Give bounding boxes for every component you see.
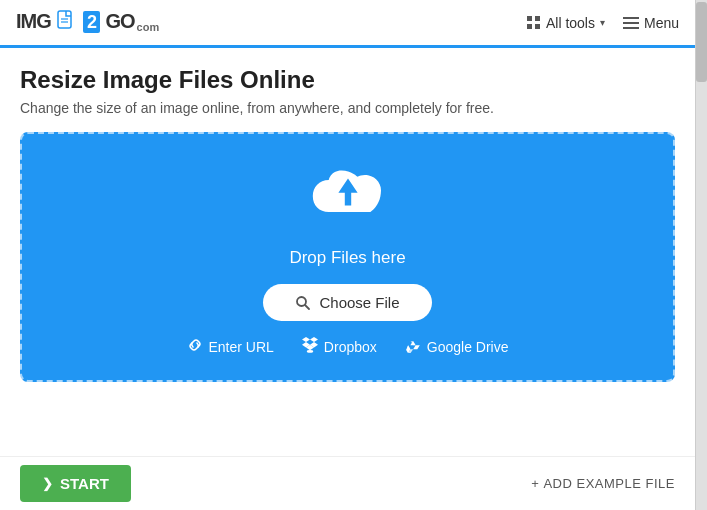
scrollbar[interactable] [695, 0, 707, 510]
logo-img-part: IMG 2 GO [16, 10, 135, 35]
header: IMG 2 GO com All [0, 0, 695, 48]
svg-marker-11 [413, 346, 420, 350]
choose-file-label: Choose File [319, 294, 399, 311]
all-tools-label: All tools [546, 15, 595, 31]
search-icon [295, 295, 311, 311]
main-content: IMG 2 GO com All [0, 0, 695, 510]
dropbox-label: Dropbox [324, 339, 377, 355]
menu-label: Menu [644, 15, 679, 31]
upload-links: Enter URL Dropbox [187, 337, 509, 356]
grid-icon [527, 16, 541, 30]
add-example-button[interactable]: + ADD EXAMPLE FILE [531, 476, 675, 491]
logo-suffix: com [137, 21, 160, 33]
page-body: Resize Image Files Online Change the siz… [0, 48, 695, 456]
enter-url-link[interactable]: Enter URL [187, 337, 274, 356]
svg-marker-10 [406, 346, 410, 351]
start-label: START [60, 475, 109, 492]
svg-point-9 [307, 350, 313, 353]
start-chevron-icon: ❯ [42, 476, 53, 491]
chevron-down-icon: ▾ [600, 17, 605, 28]
all-tools-nav[interactable]: All tools ▾ [527, 15, 605, 31]
logo-file-icon [57, 10, 75, 30]
cloud-upload-icon [308, 164, 388, 232]
drop-label: Drop Files here [289, 248, 405, 268]
logo-part1: IMG [16, 10, 51, 32]
svg-line-5 [305, 305, 309, 309]
logo-part2: 2 [83, 11, 100, 33]
dropbox-link[interactable]: Dropbox [302, 337, 377, 356]
hamburger-icon [623, 17, 639, 29]
logo-part3: GO [105, 10, 134, 32]
page-subtitle: Change the size of an image online, from… [20, 100, 675, 116]
start-button[interactable]: ❯ START [20, 465, 131, 502]
upload-area[interactable]: Drop Files here Choose File [20, 132, 675, 382]
page-title: Resize Image Files Online [20, 66, 675, 94]
gdrive-icon [405, 337, 421, 356]
gdrive-link[interactable]: Google Drive [405, 337, 509, 356]
plus-icon: + [531, 476, 539, 491]
link-icon [187, 337, 203, 356]
header-nav: All tools ▾ Menu [527, 15, 679, 31]
footer-bar: ❯ START + ADD EXAMPLE FILE [0, 456, 695, 510]
choose-file-button[interactable]: Choose File [263, 284, 431, 321]
menu-nav[interactable]: Menu [623, 15, 679, 31]
add-example-label: ADD EXAMPLE FILE [543, 476, 675, 491]
dropbox-icon [302, 337, 318, 356]
scrollbar-thumb[interactable] [696, 2, 707, 82]
enter-url-label: Enter URL [209, 339, 274, 355]
logo: IMG 2 GO com [16, 10, 159, 35]
gdrive-label: Google Drive [427, 339, 509, 355]
